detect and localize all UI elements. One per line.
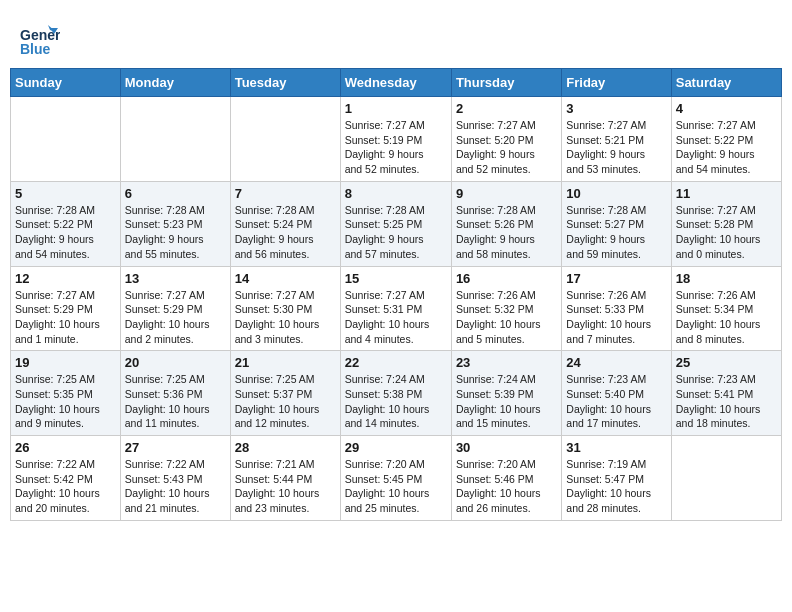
calendar-cell: 22Sunrise: 7:24 AM Sunset: 5:38 PM Dayli… (340, 351, 451, 436)
day-info: Sunrise: 7:25 AM Sunset: 5:35 PM Dayligh… (15, 372, 116, 431)
week-row-2: 5Sunrise: 7:28 AM Sunset: 5:22 PM Daylig… (11, 181, 782, 266)
weekday-header-wednesday: Wednesday (340, 69, 451, 97)
day-number: 21 (235, 355, 336, 370)
day-number: 9 (456, 186, 557, 201)
day-info: Sunrise: 7:27 AM Sunset: 5:30 PM Dayligh… (235, 288, 336, 347)
calendar-cell (230, 97, 340, 182)
calendar-cell: 19Sunrise: 7:25 AM Sunset: 5:35 PM Dayli… (11, 351, 121, 436)
day-number: 10 (566, 186, 666, 201)
calendar-cell: 16Sunrise: 7:26 AM Sunset: 5:32 PM Dayli… (451, 266, 561, 351)
day-info: Sunrise: 7:25 AM Sunset: 5:37 PM Dayligh… (235, 372, 336, 431)
calendar-cell: 1Sunrise: 7:27 AM Sunset: 5:19 PM Daylig… (340, 97, 451, 182)
day-info: Sunrise: 7:27 AM Sunset: 5:22 PM Dayligh… (676, 118, 777, 177)
day-info: Sunrise: 7:23 AM Sunset: 5:40 PM Dayligh… (566, 372, 666, 431)
calendar-cell: 10Sunrise: 7:28 AM Sunset: 5:27 PM Dayli… (562, 181, 671, 266)
calendar-cell: 17Sunrise: 7:26 AM Sunset: 5:33 PM Dayli… (562, 266, 671, 351)
day-number: 22 (345, 355, 447, 370)
calendar-cell: 6Sunrise: 7:28 AM Sunset: 5:23 PM Daylig… (120, 181, 230, 266)
week-row-3: 12Sunrise: 7:27 AM Sunset: 5:29 PM Dayli… (11, 266, 782, 351)
day-number: 4 (676, 101, 777, 116)
day-number: 1 (345, 101, 447, 116)
day-info: Sunrise: 7:27 AM Sunset: 5:28 PM Dayligh… (676, 203, 777, 262)
weekday-header-monday: Monday (120, 69, 230, 97)
day-info: Sunrise: 7:28 AM Sunset: 5:26 PM Dayligh… (456, 203, 557, 262)
calendar-cell (671, 436, 781, 521)
day-number: 15 (345, 271, 447, 286)
day-info: Sunrise: 7:27 AM Sunset: 5:31 PM Dayligh… (345, 288, 447, 347)
calendar-cell (11, 97, 121, 182)
weekday-header-tuesday: Tuesday (230, 69, 340, 97)
day-number: 28 (235, 440, 336, 455)
calendar-cell: 25Sunrise: 7:23 AM Sunset: 5:41 PM Dayli… (671, 351, 781, 436)
calendar-cell: 8Sunrise: 7:28 AM Sunset: 5:25 PM Daylig… (340, 181, 451, 266)
calendar-cell: 15Sunrise: 7:27 AM Sunset: 5:31 PM Dayli… (340, 266, 451, 351)
day-info: Sunrise: 7:28 AM Sunset: 5:24 PM Dayligh… (235, 203, 336, 262)
day-number: 29 (345, 440, 447, 455)
day-number: 3 (566, 101, 666, 116)
day-info: Sunrise: 7:27 AM Sunset: 5:20 PM Dayligh… (456, 118, 557, 177)
calendar-cell: 3Sunrise: 7:27 AM Sunset: 5:21 PM Daylig… (562, 97, 671, 182)
day-info: Sunrise: 7:24 AM Sunset: 5:38 PM Dayligh… (345, 372, 447, 431)
day-number: 19 (15, 355, 116, 370)
weekday-header-thursday: Thursday (451, 69, 561, 97)
day-number: 13 (125, 271, 226, 286)
day-number: 5 (15, 186, 116, 201)
day-number: 23 (456, 355, 557, 370)
day-info: Sunrise: 7:22 AM Sunset: 5:42 PM Dayligh… (15, 457, 116, 516)
day-number: 30 (456, 440, 557, 455)
calendar-cell: 2Sunrise: 7:27 AM Sunset: 5:20 PM Daylig… (451, 97, 561, 182)
calendar-cell: 11Sunrise: 7:27 AM Sunset: 5:28 PM Dayli… (671, 181, 781, 266)
week-row-4: 19Sunrise: 7:25 AM Sunset: 5:35 PM Dayli… (11, 351, 782, 436)
calendar-cell: 7Sunrise: 7:28 AM Sunset: 5:24 PM Daylig… (230, 181, 340, 266)
calendar-cell: 26Sunrise: 7:22 AM Sunset: 5:42 PM Dayli… (11, 436, 121, 521)
day-number: 18 (676, 271, 777, 286)
day-info: Sunrise: 7:28 AM Sunset: 5:23 PM Dayligh… (125, 203, 226, 262)
day-number: 11 (676, 186, 777, 201)
day-number: 14 (235, 271, 336, 286)
calendar-cell: 23Sunrise: 7:24 AM Sunset: 5:39 PM Dayli… (451, 351, 561, 436)
day-info: Sunrise: 7:21 AM Sunset: 5:44 PM Dayligh… (235, 457, 336, 516)
calendar-cell: 31Sunrise: 7:19 AM Sunset: 5:47 PM Dayli… (562, 436, 671, 521)
calendar-cell: 21Sunrise: 7:25 AM Sunset: 5:37 PM Dayli… (230, 351, 340, 436)
day-info: Sunrise: 7:25 AM Sunset: 5:36 PM Dayligh… (125, 372, 226, 431)
calendar-cell: 14Sunrise: 7:27 AM Sunset: 5:30 PM Dayli… (230, 266, 340, 351)
calendar-cell: 12Sunrise: 7:27 AM Sunset: 5:29 PM Dayli… (11, 266, 121, 351)
day-number: 7 (235, 186, 336, 201)
day-number: 6 (125, 186, 226, 201)
day-number: 16 (456, 271, 557, 286)
day-number: 20 (125, 355, 226, 370)
calendar-cell: 20Sunrise: 7:25 AM Sunset: 5:36 PM Dayli… (120, 351, 230, 436)
weekday-header-saturday: Saturday (671, 69, 781, 97)
day-number: 26 (15, 440, 116, 455)
day-number: 31 (566, 440, 666, 455)
calendar-cell: 28Sunrise: 7:21 AM Sunset: 5:44 PM Dayli… (230, 436, 340, 521)
week-row-1: 1Sunrise: 7:27 AM Sunset: 5:19 PM Daylig… (11, 97, 782, 182)
day-info: Sunrise: 7:28 AM Sunset: 5:22 PM Dayligh… (15, 203, 116, 262)
day-number: 12 (15, 271, 116, 286)
day-info: Sunrise: 7:28 AM Sunset: 5:25 PM Dayligh… (345, 203, 447, 262)
day-info: Sunrise: 7:20 AM Sunset: 5:46 PM Dayligh… (456, 457, 557, 516)
weekday-header-sunday: Sunday (11, 69, 121, 97)
day-info: Sunrise: 7:19 AM Sunset: 5:47 PM Dayligh… (566, 457, 666, 516)
day-info: Sunrise: 7:26 AM Sunset: 5:32 PM Dayligh… (456, 288, 557, 347)
calendar-cell: 4Sunrise: 7:27 AM Sunset: 5:22 PM Daylig… (671, 97, 781, 182)
svg-text:Blue: Blue (20, 41, 51, 57)
day-info: Sunrise: 7:26 AM Sunset: 5:34 PM Dayligh… (676, 288, 777, 347)
day-number: 24 (566, 355, 666, 370)
calendar-cell (120, 97, 230, 182)
day-info: Sunrise: 7:26 AM Sunset: 5:33 PM Dayligh… (566, 288, 666, 347)
header: General Blue (10, 10, 782, 68)
calendar-cell: 9Sunrise: 7:28 AM Sunset: 5:26 PM Daylig… (451, 181, 561, 266)
day-info: Sunrise: 7:23 AM Sunset: 5:41 PM Dayligh… (676, 372, 777, 431)
calendar-cell: 5Sunrise: 7:28 AM Sunset: 5:22 PM Daylig… (11, 181, 121, 266)
day-number: 17 (566, 271, 666, 286)
calendar-cell: 13Sunrise: 7:27 AM Sunset: 5:29 PM Dayli… (120, 266, 230, 351)
calendar-cell: 30Sunrise: 7:20 AM Sunset: 5:46 PM Dayli… (451, 436, 561, 521)
calendar-cell: 27Sunrise: 7:22 AM Sunset: 5:43 PM Dayli… (120, 436, 230, 521)
weekday-header-friday: Friday (562, 69, 671, 97)
calendar-table: SundayMondayTuesdayWednesdayThursdayFrid… (10, 68, 782, 521)
day-number: 8 (345, 186, 447, 201)
weekday-header-row: SundayMondayTuesdayWednesdayThursdayFrid… (11, 69, 782, 97)
day-number: 2 (456, 101, 557, 116)
day-info: Sunrise: 7:28 AM Sunset: 5:27 PM Dayligh… (566, 203, 666, 262)
